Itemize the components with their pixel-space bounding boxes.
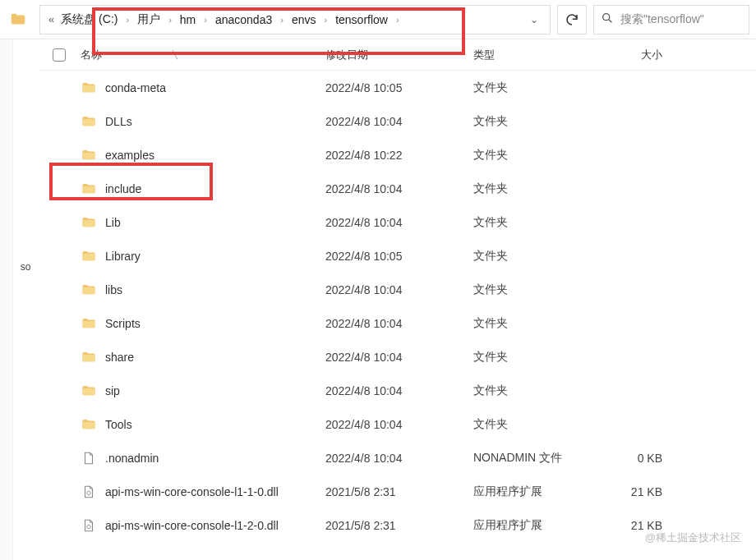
breadcrumb-item[interactable]: 系统盘 (C:)	[58, 11, 121, 29]
breadcrumb-item[interactable]: anaconda3	[212, 11, 275, 28]
chevron-right-icon[interactable]: ›	[396, 15, 399, 25]
file-name: DLLs	[105, 115, 132, 128]
file-name: include	[105, 182, 141, 195]
file-name: api-ms-win-core-console-l1-1-0.dll	[105, 485, 279, 498]
svg-point-0	[603, 14, 610, 21]
file-type: 文件夹	[473, 350, 597, 365]
chevron-right-icon[interactable]: ›	[324, 15, 327, 25]
file-date: 2022/4/8 10:04	[325, 384, 473, 397]
file-type: 文件夹	[473, 383, 597, 398]
folder-icon	[81, 350, 97, 365]
table-row[interactable]: Tools 2022/4/8 10:04 文件夹	[38, 407, 756, 441]
column-headers: 名称╲ 修改日期 类型 大小	[38, 39, 756, 71]
file-name: Tools	[105, 418, 132, 431]
file-type: 文件夹	[473, 417, 597, 432]
file-type: 文件夹	[473, 316, 597, 331]
table-row[interactable]: libs 2022/4/8 10:04 文件夹	[38, 273, 756, 306]
file-name: libs	[105, 283, 122, 296]
table-row[interactable]: include 2022/4/8 10:04 文件夹	[38, 172, 756, 205]
chevron-down-icon[interactable]: ⌄	[523, 14, 545, 25]
file-name: .nonadmin	[105, 452, 159, 465]
table-row[interactable]: Library 2022/4/8 10:05 文件夹	[38, 239, 756, 273]
file-size: 0 KB	[597, 452, 679, 465]
table-row[interactable]: sip 2022/4/8 10:04 文件夹	[38, 374, 756, 407]
folder-icon	[81, 316, 97, 331]
watermark: @稀土掘金技术社区	[645, 530, 741, 545]
folder-icon	[81, 215, 97, 230]
breadcrumb-item[interactable]: tensorflow	[332, 11, 391, 28]
chevron-right-icon[interactable]: ›	[280, 15, 284, 25]
search-placeholder: 搜索"tensorflow"	[620, 12, 704, 27]
file-date: 2022/4/8 10:04	[325, 182, 473, 195]
dll-icon	[81, 518, 97, 533]
folder-icon	[81, 249, 97, 264]
file-type: 文件夹	[473, 249, 597, 264]
file-icon	[81, 451, 97, 466]
file-date: 2022/4/8 10:22	[325, 149, 473, 162]
file-date: 2022/4/8 10:04	[325, 115, 473, 128]
file-date: 2021/5/8 2:31	[325, 519, 473, 532]
table-row[interactable]: .nonadmin 2022/4/8 10:04 NONADMIN 文件 0 K…	[38, 441, 756, 475]
chevron-right-icon[interactable]: ›	[204, 15, 207, 25]
refresh-button[interactable]	[557, 5, 587, 34]
file-type: NONADMIN 文件	[473, 451, 597, 466]
dll-icon	[81, 484, 97, 499]
file-name: sip	[105, 384, 120, 397]
table-row[interactable]: DLLs 2022/4/8 10:04 文件夹	[38, 104, 756, 138]
file-name: api-ms-win-core-console-l1-2-0.dll	[105, 519, 279, 532]
file-date: 2022/4/8 10:04	[325, 317, 473, 330]
chevron-right-icon[interactable]: ›	[168, 15, 172, 25]
column-name[interactable]: 名称╲	[81, 48, 325, 62]
file-name: Lib	[105, 216, 121, 229]
file-date: 2022/4/8 10:04	[325, 216, 473, 229]
table-row[interactable]: share 2022/4/8 10:04 文件夹	[38, 340, 756, 374]
file-name: Library	[105, 250, 141, 263]
breadcrumb-item[interactable]: 用户	[134, 11, 164, 29]
file-type: 应用程序扩展	[473, 518, 597, 533]
file-date: 2022/4/8 10:05	[325, 250, 473, 263]
file-date: 2022/4/8 10:04	[325, 351, 473, 364]
file-type: 文件夹	[473, 181, 597, 196]
table-row[interactable]: conda-meta 2022/4/8 10:05 文件夹	[38, 71, 756, 104]
breadcrumb-overflow-icon[interactable]: «	[48, 13, 54, 25]
file-date: 2022/4/8 10:04	[325, 452, 473, 465]
left-gutter	[0, 39, 13, 560]
folder-icon	[81, 282, 97, 297]
file-name: conda-meta	[105, 81, 166, 94]
column-size[interactable]: 大小	[597, 48, 679, 62]
file-name: examples	[105, 149, 154, 162]
table-row[interactable]: api-ms-win-core-console-l1-1-0.dll 2021/…	[38, 475, 756, 508]
file-type: 文件夹	[473, 215, 597, 230]
folder-icon	[81, 417, 97, 432]
table-row[interactable]: examples 2022/4/8 10:22 文件夹	[38, 138, 756, 172]
file-date: 2022/4/8 10:04	[325, 418, 473, 431]
file-size: 21 KB	[597, 485, 679, 498]
folder-icon	[81, 181, 97, 196]
file-type: 文件夹	[473, 80, 597, 95]
table-row[interactable]: Scripts 2022/4/8 10:04 文件夹	[38, 306, 756, 340]
breadcrumb-item[interactable]: hm	[177, 11, 199, 28]
file-type: 文件夹	[473, 282, 597, 297]
toolbar: « 系统盘 (C:)› 用户› hm› anaconda3› envs› ten…	[0, 0, 756, 39]
column-date[interactable]: 修改日期	[325, 48, 473, 62]
folder-icon	[81, 114, 97, 129]
file-type: 文件夹	[473, 114, 597, 129]
file-type: 应用程序扩展	[473, 484, 597, 499]
chevron-right-icon[interactable]: ›	[126, 15, 129, 25]
file-date: 2022/4/8 10:04	[325, 283, 473, 296]
file-date: 2021/5/8 2:31	[325, 485, 473, 498]
sort-indicator-icon: ╲	[173, 50, 177, 59]
file-date: 2022/4/8 10:05	[325, 81, 473, 94]
breadcrumb-item[interactable]: envs	[288, 11, 320, 28]
select-all-checkbox[interactable]	[53, 48, 66, 62]
folder-nav-icon[interactable]	[7, 8, 30, 31]
nav-sidebar: so	[13, 39, 38, 560]
file-name: share	[105, 351, 134, 364]
file-name: Scripts	[105, 317, 141, 330]
column-type[interactable]: 类型	[473, 48, 597, 62]
breadcrumb[interactable]: « 系统盘 (C:)› 用户› hm› anaconda3› envs› ten…	[39, 5, 551, 34]
file-type: 文件夹	[473, 148, 597, 163]
table-row[interactable]: Lib 2022/4/8 10:04 文件夹	[38, 205, 756, 239]
file-list: 名称╲ 修改日期 类型 大小 conda-meta 2022/4/8 10:05…	[38, 39, 756, 560]
search-input[interactable]: 搜索"tensorflow"	[593, 5, 749, 34]
